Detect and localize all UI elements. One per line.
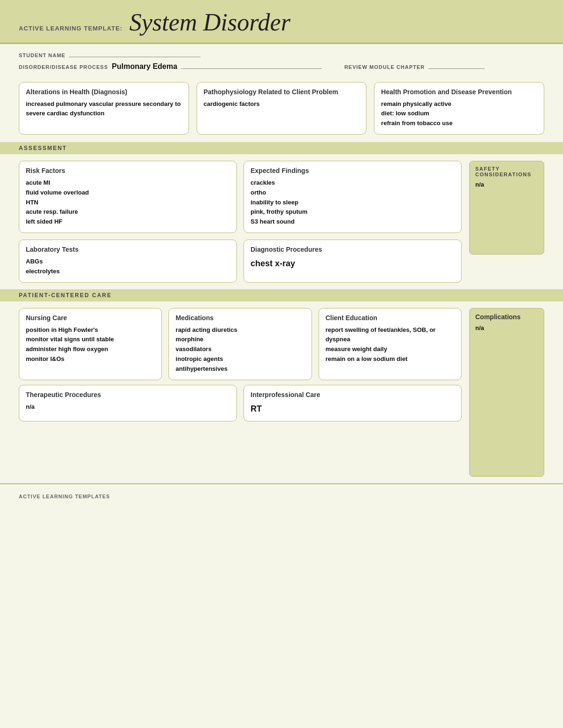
safety-col: SAFETY CONSIDERATIONS n/a <box>469 154 544 289</box>
lab-tests-box: Laboratory Tests ABGs electrolytes <box>19 240 237 283</box>
info-bar: STUDENT NAME DISORDER/DISEASE PROCESS Pu… <box>0 44 563 77</box>
nursing-care-content: position in High Fowler's monitor vital … <box>26 325 155 364</box>
health-promotion-content: remain physically active diet: low sodiu… <box>381 99 537 128</box>
disorder-value: Pulmonary Edema <box>112 60 177 73</box>
page: ACTIVE LEARNING TEMPLATE: System Disorde… <box>0 0 563 728</box>
interprofessional-care-content: RT <box>251 402 455 416</box>
risk-factors-title: Risk Factors <box>26 167 230 174</box>
risk-factors-box: Risk Factors acute MI fluid volume overl… <box>19 161 237 233</box>
health-promotion-title: Health Promotion and Disease Prevention <box>381 88 537 96</box>
diagnostic-procedures-content: chest x-ray <box>251 257 455 270</box>
alterations-content: increased pulmonary vascular pressure se… <box>26 99 182 119</box>
lab-tests-title: Laboratory Tests <box>26 246 230 253</box>
complications-content: n/a <box>475 323 538 333</box>
complications-box: Complications n/a <box>469 308 544 477</box>
alterations-box: Alterations in Health (Diagnosis) increa… <box>19 82 189 135</box>
alterations-title: Alterations in Health (Diagnosis) <box>26 88 182 96</box>
lab-tests-content: ABGs electrolytes <box>26 257 230 277</box>
therapeutic-procedures-box: Therapeutic Procedures n/a <box>19 385 237 422</box>
expected-findings-box: Expected Findings crackles ortho inabili… <box>243 161 462 233</box>
page-title: System Disorder <box>129 9 290 36</box>
assessment-band: ASSESSMENT <box>0 142 563 154</box>
disorder-label: DISORDER/DISEASE PROCESS <box>19 64 108 70</box>
medications-title: Medications <box>175 314 304 322</box>
footer-text: ACTIVE LEARNING TEMPLATES <box>19 494 110 499</box>
health-promotion-box: Health Promotion and Disease Prevention … <box>374 82 544 135</box>
pathophysiology-content: cardiogenic factors <box>204 99 360 109</box>
expected-findings-title: Expected Findings <box>251 167 455 174</box>
medications-box: Medications rapid acting diuretics morph… <box>168 308 312 380</box>
interprofessional-care-box: Interprofessional Care RT <box>243 385 462 422</box>
pathophysiology-box: Pathophysiology Related to Client Proble… <box>197 82 367 135</box>
complications-col: Complications n/a <box>469 301 544 483</box>
template-label: ACTIVE LEARNING TEMPLATE: <box>19 25 122 32</box>
medications-content: rapid acting diuretics morphine vasodila… <box>175 325 304 374</box>
interprofessional-care-title: Interprofessional Care <box>251 391 455 398</box>
diagnostic-procedures-box: Diagnostic Procedures chest x-ray <box>243 240 462 283</box>
header: ACTIVE LEARNING TEMPLATE: System Disorde… <box>0 0 563 44</box>
therapeutic-procedures-content: n/a <box>26 402 230 412</box>
complications-title: Complications <box>475 313 538 321</box>
diagnostic-procedures-title: Diagnostic Procedures <box>251 246 455 253</box>
footer: ACTIVE LEARNING TEMPLATES <box>0 483 563 508</box>
disorder-row: DISORDER/DISEASE PROCESS Pulmonary Edema… <box>19 60 544 73</box>
assessment-band-title: ASSESSMENT <box>19 145 67 151</box>
review-label: REVIEW MODULE CHAPTER <box>344 64 425 70</box>
client-education-title: Client Education <box>326 314 455 322</box>
nursing-care-box: Nursing Care position in High Fowler's m… <box>19 308 162 380</box>
safety-content: n/a <box>475 180 538 190</box>
nursing-care-title: Nursing Care <box>26 314 155 322</box>
pcc-grid-top: Nursing Care position in High Fowler's m… <box>19 301 462 385</box>
pcc-area: Nursing Care position in High Fowler's m… <box>0 301 563 483</box>
pcc-band-title: PATIENT-CENTERED CARE <box>19 292 112 299</box>
pathophysiology-title: Pathophysiology Related to Client Proble… <box>204 88 360 96</box>
client-education-content: report swelling of feet/ankles, SOB, or … <box>326 325 455 364</box>
top-boxes: Alterations in Health (Diagnosis) increa… <box>0 77 563 142</box>
pcc-band: PATIENT-CENTERED CARE <box>0 289 563 301</box>
student-name-label: STUDENT NAME <box>19 53 65 58</box>
pcc-main: Nursing Care position in High Fowler's m… <box>19 301 469 483</box>
therapeutic-procedures-title: Therapeutic Procedures <box>26 391 230 398</box>
assessment-grid: Risk Factors acute MI fluid volume overl… <box>19 154 462 289</box>
risk-factors-content: acute MI fluid volume overload HTN acute… <box>26 178 230 227</box>
student-name-row: STUDENT NAME <box>19 53 544 58</box>
safety-title: SAFETY CONSIDERATIONS <box>475 166 538 177</box>
assessment-area: Risk Factors acute MI fluid volume overl… <box>0 154 563 289</box>
pcc-grid-bottom: Therapeutic Procedures n/a Interprofessi… <box>19 385 462 428</box>
client-education-box: Client Education report swelling of feet… <box>319 308 462 380</box>
expected-findings-content: crackles ortho inability to sleep pink, … <box>251 178 455 227</box>
assessment-main: Risk Factors acute MI fluid volume overl… <box>19 154 469 289</box>
safety-box: SAFETY CONSIDERATIONS n/a <box>469 161 544 255</box>
